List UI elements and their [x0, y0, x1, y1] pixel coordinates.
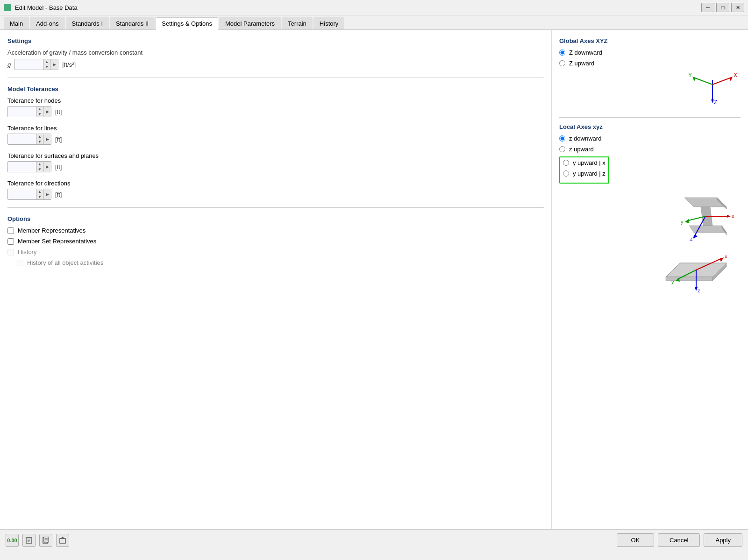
tab-main[interactable]: Main: [4, 17, 29, 29]
cancel-button[interactable]: Cancel: [658, 533, 700, 547]
svg-marker-7: [692, 77, 696, 81]
toolbar-icon-2: [25, 537, 33, 544]
global-z-downward-row: Z downward: [559, 49, 741, 56]
history-all-row: History of all object activities: [17, 259, 544, 266]
local-y-upward-x-label[interactable]: y upward | x: [573, 159, 606, 166]
tolerance-directions-nav[interactable]: ▶: [43, 189, 51, 199]
tolerance-surfaces-row: Tolerance for surfaces and planes 0.0016…: [7, 152, 544, 172]
global-z-downward-label[interactable]: Z downward: [569, 49, 602, 56]
toolbar-btn-2[interactable]: [22, 534, 36, 547]
gravity-label: Acceleration of gravity / mass conversio…: [7, 49, 544, 56]
beam-svg: z y x: [656, 188, 741, 244]
history-all-label: History of all object activities: [27, 259, 103, 266]
options-title: Options: [7, 215, 544, 222]
local-z-downward-radio[interactable]: [559, 135, 565, 142]
local-y-upward-x-radio[interactable]: [563, 160, 569, 166]
tolerance-lines-nav[interactable]: ▶: [43, 134, 51, 144]
tolerance-nodes-row: Tolerance for nodes 0.00164 ▲ ▼ ▶ [ft]: [7, 97, 544, 117]
tab-settings-options[interactable]: Settings & Options: [156, 17, 218, 30]
toolbar-icon-1: 0.00: [7, 538, 17, 543]
settings-section: Settings Acceleration of gravity / mass …: [7, 37, 544, 70]
member-set-reps-label[interactable]: Member Set Representatives: [18, 238, 96, 245]
toolbar-btn-1[interactable]: 0.00: [6, 534, 19, 547]
local-z-upward-radio[interactable]: [559, 146, 565, 152]
tolerance-nodes-up[interactable]: ▲: [36, 106, 43, 112]
tolerance-surfaces-up[interactable]: ▲: [36, 162, 43, 167]
local-axes-beam-diagram: z y x: [559, 188, 741, 244]
svg-text:Y: Y: [688, 72, 692, 78]
member-set-reps-checkbox[interactable]: [7, 238, 14, 245]
gravity-down[interactable]: ▼: [43, 64, 50, 70]
svg-line-6: [694, 78, 712, 85]
global-axes-title: Global Axes XYZ: [559, 37, 741, 44]
member-reps-label[interactable]: Member Representatives: [18, 227, 85, 234]
svg-text:x: x: [732, 213, 734, 219]
toolbar-buttons: 0.00: [6, 534, 69, 547]
gravity-input[interactable]: 32.81: [15, 61, 43, 68]
global-axes-section: Global Axes XYZ Z downward Z upward Z: [559, 37, 741, 108]
svg-marker-15: [693, 234, 698, 239]
window-controls: ─ □ ✕: [701, 3, 744, 12]
local-z-upward-label[interactable]: z upward: [569, 146, 594, 153]
tab-standards-ii[interactable]: Standards II: [110, 17, 155, 29]
tab-add-ons[interactable]: Add-ons: [30, 17, 64, 29]
svg-marker-44: [61, 537, 64, 539]
toolbar-btn-3[interactable]: [39, 534, 52, 547]
svg-text:z: z: [698, 288, 700, 293]
model-tolerances-section: Model Tolerances Tolerance for nodes 0.0…: [7, 85, 544, 200]
member-reps-checkbox[interactable]: [7, 227, 14, 234]
tolerance-surfaces-nav[interactable]: ▶: [43, 162, 51, 172]
tab-terrain[interactable]: Terrain: [282, 17, 313, 29]
tab-history[interactable]: History: [313, 17, 344, 29]
svg-text:X: X: [734, 72, 737, 78]
local-z-upward-row: z upward: [559, 146, 741, 153]
local-y-upward-z-row: y upward | z: [563, 170, 606, 177]
tolerance-surfaces-input[interactable]: 0.00164: [8, 163, 36, 170]
svg-text:x: x: [725, 254, 727, 259]
local-y-upward-z-label[interactable]: y upward | z: [573, 170, 606, 177]
tolerance-directions-unit: [ft]: [55, 191, 62, 198]
toolbar-icon-3: [42, 537, 50, 544]
local-z-downward-label[interactable]: z downward: [569, 135, 601, 142]
y-upward-highlight: y upward | x y upward | z: [559, 156, 609, 184]
ok-button[interactable]: OK: [617, 533, 654, 547]
svg-rect-40: [44, 537, 49, 542]
apply-button[interactable]: Apply: [704, 533, 742, 547]
right-divider: [559, 117, 741, 118]
history-checkbox[interactable]: [7, 249, 14, 255]
tolerance-directions-down[interactable]: ▼: [36, 194, 43, 199]
tolerance-nodes-nav[interactable]: ▶: [43, 106, 51, 117]
svg-rect-43: [60, 539, 65, 543]
local-axes-section: Local Axes xyz z downward z upward y upw…: [559, 123, 741, 296]
global-z-downward-radio[interactable]: [559, 50, 565, 56]
global-z-upward-row: Z upward: [559, 60, 741, 67]
gravity-field-row: g 32.81 ▲ ▼ ▶ [ft/s²]: [7, 59, 544, 70]
local-axes-title: Local Axes xyz: [559, 123, 741, 130]
gravity-nav-right[interactable]: ▶: [50, 59, 58, 70]
global-z-upward-label[interactable]: Z upward: [569, 60, 594, 67]
toolbar-btn-4[interactable]: [56, 534, 69, 547]
minimize-button[interactable]: ─: [701, 3, 714, 12]
tolerance-lines-up[interactable]: ▲: [36, 134, 43, 139]
tolerance-nodes-input[interactable]: 0.00164: [8, 108, 36, 115]
tolerance-directions-input[interactable]: 0.00164: [8, 191, 36, 198]
svg-marker-4: [729, 77, 733, 81]
tolerance-directions-up[interactable]: ▲: [36, 189, 43, 194]
local-y-upward-z-radio[interactable]: [563, 170, 569, 177]
tolerance-surfaces-down[interactable]: ▼: [36, 167, 43, 172]
tolerance-nodes-down[interactable]: ▼: [36, 112, 43, 117]
tab-standards-i[interactable]: Standards I: [66, 17, 109, 29]
member-set-reps-row: Member Set Representatives: [7, 238, 544, 245]
tolerance-lines-spinbox: 0.00164 ▲ ▼ ▶: [7, 134, 51, 145]
gravity-spinbox: 32.81 ▲ ▼ ▶: [14, 59, 58, 70]
tab-model-parameters[interactable]: Model Parameters: [219, 17, 281, 29]
global-z-upward-radio[interactable]: [559, 60, 565, 66]
svg-marker-18: [685, 219, 689, 223]
history-all-checkbox[interactable]: [17, 260, 23, 266]
close-button[interactable]: ✕: [731, 3, 744, 12]
main-content: Settings Acceleration of gravity / mass …: [0, 30, 748, 529]
gravity-up[interactable]: ▲: [43, 59, 50, 64]
tolerance-lines-down[interactable]: ▼: [36, 139, 43, 144]
maximize-button[interactable]: □: [716, 3, 729, 12]
tolerance-lines-input[interactable]: 0.00164: [8, 136, 36, 143]
